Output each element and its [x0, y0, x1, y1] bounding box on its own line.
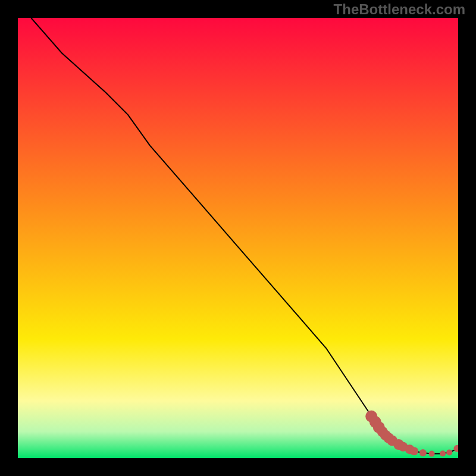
gradient-background — [18, 18, 458, 458]
chart-plot-area — [18, 18, 458, 458]
data-marker — [429, 451, 435, 457]
watermark-text: TheBottleneck.com — [334, 1, 465, 18]
data-marker — [410, 447, 418, 455]
data-marker — [419, 449, 427, 456]
data-marker — [446, 449, 452, 455]
data-marker — [440, 450, 446, 456]
chart-frame: TheBottleneck.com — [0, 0, 476, 476]
chart-svg — [18, 18, 458, 458]
